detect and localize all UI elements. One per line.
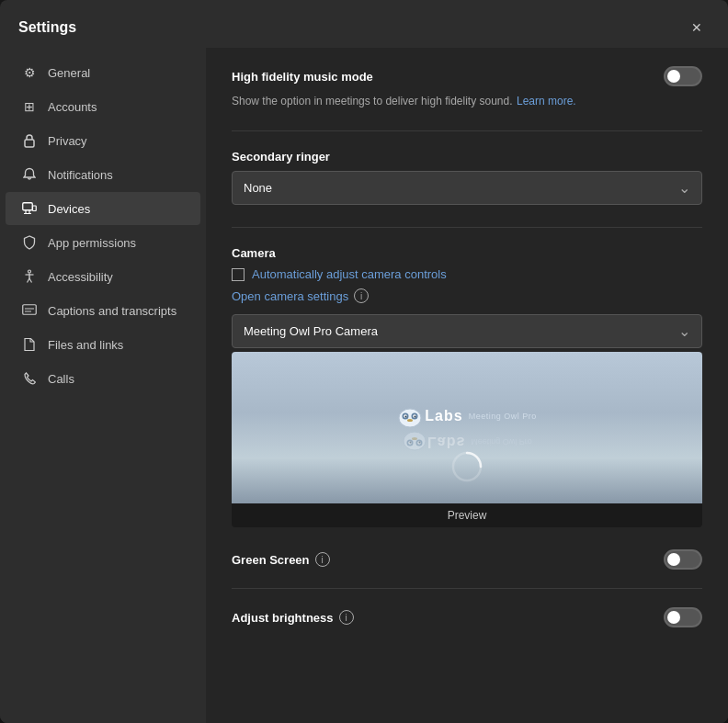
toggle-thumb [667, 70, 680, 83]
close-button[interactable]: ✕ [684, 15, 710, 40]
svg-point-19 [405, 415, 407, 417]
owl-sub-text: Meeting Owl Pro [469, 412, 537, 421]
sidebar-item-captions[interactable]: Captions and transcripts [6, 294, 200, 327]
sidebar-item-label: Privacy [48, 134, 87, 148]
adjust-brightness-info-icon[interactable]: i [339, 610, 354, 625]
sidebar: ⚙ General ⊞ Accounts Privacy [0, 48, 206, 723]
lock-icon [20, 131, 39, 150]
sidebar-item-devices[interactable]: Devices [6, 192, 200, 225]
open-camera-settings-link[interactable]: Open camera settings [232, 289, 348, 303]
green-screen-label: Green Screen [232, 553, 310, 567]
sidebar-item-label: Captions and transcripts [48, 304, 176, 318]
secondary-ringer-label: Secondary ringer [232, 150, 702, 164]
auto-adjust-label[interactable]: Automatically adjust camera controls [252, 267, 447, 281]
toggle-thumb-green [667, 553, 680, 566]
sidebar-item-accounts[interactable]: ⊞ Accounts [6, 90, 200, 123]
captions-icon [20, 301, 39, 320]
toggle-track-brightness [664, 607, 702, 627]
gear-icon: ⚙ [20, 63, 39, 82]
camera-preview-container: Labs Meeting Owl Pro [232, 352, 702, 527]
adjust-brightness-toggle[interactable] [664, 607, 702, 627]
chevron-down-icon: ⌄ [678, 179, 690, 197]
svg-point-20 [415, 415, 416, 417]
owl-labs-logo: Labs Meeting Owl Pro [397, 404, 536, 452]
adjust-brightness-label: Adjust brightness [232, 611, 334, 625]
sidebar-item-privacy[interactable]: Privacy [6, 124, 200, 157]
devices-icon [20, 199, 39, 218]
open-camera-row: Open camera settings i [232, 288, 702, 303]
high-fidelity-desc: Show the option in meetings to deliver h… [232, 95, 513, 107]
high-fidelity-section: High fidelity music mode Show the option… [232, 66, 702, 108]
phone-icon [20, 369, 39, 388]
sidebar-item-label: Notifications [48, 168, 113, 182]
camera-dropdown[interactable]: Meeting Owl Pro Camera ⌄ [232, 314, 702, 348]
file-icon [20, 335, 39, 354]
green-screen-toggle[interactable] [664, 549, 702, 570]
preview-label: Preview [232, 503, 702, 527]
high-fidelity-toggle[interactable] [664, 66, 702, 86]
svg-line-10 [29, 278, 32, 283]
toggle-track-green [664, 549, 702, 570]
svg-rect-11 [23, 305, 37, 315]
sidebar-item-calls[interactable]: Calls [6, 362, 200, 395]
green-screen-info-icon[interactable]: i [315, 552, 330, 567]
owl-logo-main: Labs Meeting Owl Pro [397, 404, 536, 428]
secondary-ringer-section: Secondary ringer None ⌄ [232, 150, 702, 205]
divider-1 [232, 130, 702, 131]
high-fidelity-row: High fidelity music mode [232, 66, 702, 86]
bell-icon [20, 165, 39, 184]
sidebar-item-files-links[interactable]: Files and links [6, 328, 200, 361]
main-panel: High fidelity music mode Show the option… [206, 48, 728, 723]
sidebar-item-label: Devices [48, 202, 90, 216]
adjust-brightness-row: Adjust brightness i [232, 607, 702, 627]
sidebar-item-label: Accounts [48, 100, 97, 114]
window-title: Settings [18, 19, 76, 36]
sidebar-item-app-permissions[interactable]: App permissions [6, 226, 200, 259]
sidebar-item-label: App permissions [48, 236, 136, 250]
sidebar-item-notifications[interactable]: Notifications [6, 158, 200, 191]
sidebar-item-accessibility[interactable]: Accessibility [6, 260, 200, 293]
svg-line-9 [28, 278, 30, 283]
secondary-ringer-value: None [244, 181, 272, 195]
sidebar-item-general[interactable]: ⚙ General [6, 56, 200, 89]
camera-preview: Labs Meeting Owl Pro [232, 352, 702, 503]
adjust-brightness-label-wrap: Adjust brightness i [232, 610, 354, 625]
sidebar-item-label: Files and links [48, 338, 123, 352]
chevron-down-icon-camera: ⌄ [678, 322, 690, 340]
shield-icon [20, 233, 39, 252]
svg-rect-2 [33, 206, 37, 211]
svg-point-22 [404, 432, 426, 450]
info-icon[interactable]: i [354, 288, 369, 303]
green-screen-row: Green Screen i [232, 549, 702, 570]
camera-selected-value: Meeting Owl Pro Camera [244, 324, 378, 338]
svg-point-14 [399, 409, 421, 427]
settings-window: Settings ✕ ⚙ General ⊞ Accounts Privac [0, 0, 728, 723]
sidebar-item-label: Calls [48, 372, 74, 386]
content-area: ⚙ General ⊞ Accounts Privacy [0, 48, 728, 723]
secondary-ringer-dropdown[interactable]: None ⌄ [232, 171, 702, 205]
svg-rect-0 [25, 140, 34, 147]
divider-2 [232, 227, 702, 228]
sidebar-item-label: Accessibility [48, 270, 113, 284]
svg-point-6 [28, 270, 31, 273]
accounts-icon: ⊞ [20, 97, 39, 116]
learn-more-link[interactable]: Learn more. [517, 95, 576, 107]
title-bar: Settings ✕ [0, 0, 728, 48]
sidebar-item-label: General [48, 66, 90, 80]
svg-rect-1 [23, 203, 33, 210]
camera-section: Camera Automatically adjust camera contr… [232, 246, 702, 527]
auto-adjust-checkbox[interactable] [232, 268, 245, 281]
toggle-thumb-brightness [667, 611, 680, 624]
accessibility-icon [20, 267, 39, 286]
high-fidelity-label: High fidelity music mode [232, 70, 373, 84]
svg-point-21 [407, 419, 413, 422]
auto-adjust-row: Automatically adjust camera controls [232, 267, 702, 281]
green-screen-label-wrap: Green Screen i [232, 552, 330, 567]
divider-3 [232, 588, 702, 589]
loading-spinner [449, 448, 485, 485]
camera-label: Camera [232, 246, 702, 260]
toggle-track [664, 66, 702, 86]
